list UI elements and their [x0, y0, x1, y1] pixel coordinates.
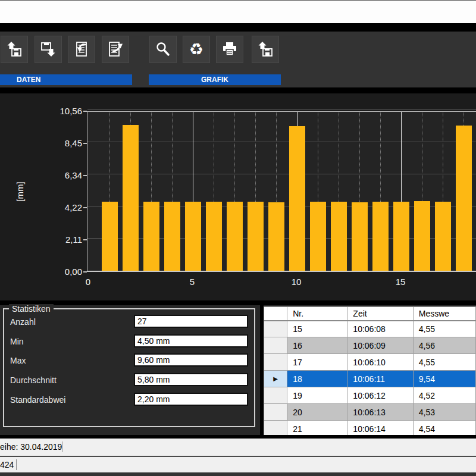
- import-report-icon: [73, 40, 90, 58]
- cell-nr[interactable]: 18: [287, 371, 347, 387]
- cell-messwert[interactable]: 4,54: [413, 421, 475, 436]
- row-selector-header[interactable]: [264, 307, 287, 321]
- import-report-button[interactable]: [68, 36, 95, 63]
- anzahl-label: Anzahl: [10, 317, 36, 327]
- cell-zeit[interactable]: 10:06:08: [347, 321, 413, 337]
- standardabweichung-label: Standardabwei: [10, 395, 65, 405]
- statusbar-divider: [62, 441, 62, 452]
- load-data-button[interactable]: [1, 36, 28, 63]
- measurement-bar[interactable]: [331, 202, 347, 271]
- durchschnitt-field[interactable]: [134, 373, 248, 386]
- measurement-bar[interactable]: [143, 202, 159, 271]
- measurement-bar[interactable]: [435, 202, 451, 271]
- row-selector-cell[interactable]: [264, 337, 287, 354]
- row-selector-cell[interactable]: [264, 404, 287, 421]
- bar-chart-plot-area[interactable]: [87, 111, 476, 272]
- measurement-bar[interactable]: [206, 202, 222, 271]
- table-row[interactable]: 2110:06:144,54: [264, 421, 476, 436]
- y-axis-title: [mm]: [15, 180, 45, 203]
- export-report-button[interactable]: [102, 36, 129, 63]
- cell-nr[interactable]: 15: [287, 321, 347, 337]
- row-selector-cell[interactable]: [264, 321, 287, 337]
- cell-zeit[interactable]: 10:06:13: [347, 404, 413, 421]
- measurement-bar[interactable]: [248, 202, 264, 271]
- statusbar-divider: [16, 459, 17, 470]
- table-row[interactable]: ▶1810:06:119,54: [264, 371, 476, 387]
- chart-panel: [mm] 10,56 8,45 6,34 4,22 2,11 0,00 0510…: [0, 93, 476, 300]
- measurement-bar[interactable]: [123, 125, 139, 271]
- zoom-button[interactable]: [149, 36, 177, 63]
- y-tick-label: 8,45: [52, 138, 82, 148]
- cell-zeit[interactable]: 10:06:09: [347, 337, 413, 354]
- h-gridline: [87, 142, 476, 142]
- cell-nr[interactable]: 19: [287, 387, 347, 404]
- toolbar-group-label-grafik: GRAFIK: [149, 74, 281, 85]
- measurement-bar[interactable]: [372, 202, 389, 271]
- measurement-bar[interactable]: [456, 126, 472, 271]
- min-label: Min: [10, 337, 24, 346]
- row-selector-cell[interactable]: [264, 387, 287, 404]
- toolbar: ♻ DATEN: [0, 32, 476, 87]
- measurement-bar[interactable]: [289, 126, 305, 271]
- cell-messwert[interactable]: 4,56: [413, 337, 475, 354]
- y-tick-label: 2,11: [52, 234, 82, 245]
- save-graphic-button[interactable]: [252, 36, 279, 63]
- measurement-bar[interactable]: [414, 201, 430, 271]
- load-data-floppy-up-icon: [5, 40, 23, 58]
- cell-zeit[interactable]: 10:06:11: [347, 371, 413, 387]
- max-label: Max: [10, 356, 26, 365]
- y-tick-label: 4,22: [52, 202, 82, 212]
- x-tick-label: 10: [289, 277, 303, 287]
- cell-nr[interactable]: 20: [287, 404, 347, 421]
- measurement-bar[interactable]: [185, 202, 201, 271]
- measurement-table[interactable]: Nr. Zeit Messwe 1510:06:084,551610:06:09…: [264, 306, 476, 435]
- cell-messwert[interactable]: 9,54: [413, 371, 475, 387]
- cell-messwert[interactable]: 4,52: [413, 387, 475, 404]
- table-row[interactable]: 1610:06:094,56: [264, 337, 476, 354]
- table-row[interactable]: 1710:06:104,55: [264, 354, 476, 371]
- refresh-recycle-icon: ♻: [189, 42, 203, 58]
- measurement-table-panel: Nr. Zeit Messwe 1510:06:084,551610:06:09…: [264, 305, 476, 435]
- title-band: [0, 1, 476, 23]
- cell-nr[interactable]: 16: [287, 337, 347, 354]
- export-report-icon: [107, 40, 124, 58]
- y-tick-label: 0,00: [52, 267, 82, 277]
- table-row[interactable]: 2010:06:134,53: [264, 404, 476, 421]
- statistics-panel: Statistiken Anzahl Min Max Durchschnitt …: [0, 305, 260, 435]
- anzahl-field[interactable]: [134, 315, 248, 328]
- statistics-groupbox-title: Statistiken: [9, 304, 54, 314]
- measurement-bar[interactable]: [164, 202, 180, 271]
- row-selector-cell[interactable]: ▶: [264, 371, 287, 387]
- min-field[interactable]: [134, 334, 248, 347]
- y-tick-label: 6,34: [52, 170, 82, 180]
- cell-zeit[interactable]: 10:06:12: [347, 387, 413, 404]
- cell-messwert[interactable]: 4,55: [413, 321, 475, 337]
- cell-messwert[interactable]: 4,53: [413, 404, 475, 421]
- column-header-nr[interactable]: Nr.: [287, 307, 347, 321]
- table-row[interactable]: 1510:06:084,55: [264, 321, 476, 337]
- column-header-zeit[interactable]: Zeit: [347, 307, 413, 321]
- cell-zeit[interactable]: 10:06:10: [347, 354, 413, 371]
- refresh-button[interactable]: ♻: [183, 36, 210, 63]
- max-field[interactable]: [134, 353, 248, 367]
- column-header-messwert[interactable]: Messwe: [413, 307, 475, 321]
- toolbar-group-label-daten: DATEN: [0, 74, 132, 85]
- print-button[interactable]: [216, 36, 243, 63]
- measurement-bar[interactable]: [393, 202, 409, 271]
- measurement-bar[interactable]: [227, 202, 243, 271]
- measurement-bar[interactable]: [102, 202, 118, 271]
- cell-messwert[interactable]: 4,55: [413, 354, 475, 371]
- save-data-button[interactable]: [35, 36, 62, 63]
- row-selector-cell[interactable]: [264, 354, 287, 371]
- measurement-bar[interactable]: [352, 202, 368, 271]
- measurement-bar[interactable]: [310, 202, 326, 271]
- window-bottom-border: [0, 472, 476, 476]
- standardabweichung-field[interactable]: [134, 393, 248, 406]
- cell-nr[interactable]: 21: [287, 421, 347, 436]
- measurement-bar[interactable]: [268, 202, 284, 271]
- cell-nr[interactable]: 17: [287, 354, 347, 371]
- statusbar-counter: 424: [0, 457, 476, 472]
- row-selector-cell[interactable]: [264, 421, 287, 436]
- cell-zeit[interactable]: 10:06:14: [347, 421, 413, 436]
- table-row[interactable]: 1910:06:124,52: [264, 387, 476, 404]
